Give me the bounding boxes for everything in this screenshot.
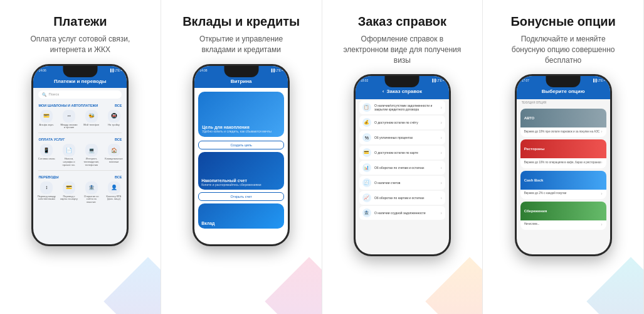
cert-icon-5: 🧾 [362,178,371,187]
cert-item-2[interactable]: % Об уплаченных процентах › [359,131,445,144]
cert-icon-3: 💳 [362,148,371,157]
icon-label-s2-0: Сотовая связь [38,158,55,161]
panel-certificates: Заказ справок Оформление справок в элект… [322,0,483,314]
icon-circle-3: 🚇 [108,110,120,122]
phone-3: 18:02 ▐▐ LTE ▪ ‹ Заказ справок 📋 О налич… [354,74,451,256]
panel-4-subtitle: Подключайте и меняйте бонусную опцию сов… [504,34,623,65]
icon-label-s3-0: Перевод между собственными [37,195,56,202]
screen1-search[interactable]: 🔍 Поиск [38,90,122,99]
cert-icon-6: 📈 [362,193,371,202]
phone-1: 14:06 ▐▐ LTE ▪ Платежи и переводы 🔍 Поис… [31,64,129,246]
icon-label-1: Между своими и прочие [60,124,78,130]
back-icon-3[interactable]: ‹ [383,89,384,94]
icon-item-s3-1[interactable]: 💳 Перевод с карты на карту [60,181,78,204]
icon-item-s3-2[interactable]: 🏦 Открытие со счёта на накопит. [82,181,101,204]
icon-label-s2-2: Интернет, телевидение, телефония [82,158,101,166]
card1-btn[interactable]: Создать цель [198,141,284,149]
bonus-card-auto[interactable]: АВТО Вернем до 10% при оплате парковок и… [520,109,606,137]
panel-3-subtitle: Оформление справок в электронном виде дл… [342,34,462,65]
card1-title: Цель для накопления [202,125,280,129]
cert-text-2: Об уплаченных процентах [374,136,438,140]
notch-3 [385,76,420,87]
icon-item-s2-3[interactable]: 🏠 Коммунальные платежи [105,144,124,166]
icon-item-s2-0[interactable]: 📱 Сотовая связь [37,144,56,166]
screen2-card3[interactable]: Вклад [198,203,284,229]
icons-row-2: 📱 Сотовая связь 📄 Налоги, штрафы и прочи… [33,143,127,168]
icon-item-3[interactable]: 🚇 На тройку [105,110,124,130]
cert-item-5[interactable]: 🧾 О наличии счетов › [359,176,445,190]
cert-text-7: О наличии ссудной задолженности [374,211,438,215]
cert-text-4: Об оборотах по счетам и остатках [374,166,438,170]
cert-item-1[interactable]: 💰 О доступном остатке по счёту › [359,116,445,129]
cert-item-3[interactable]: 💳 О доступном остатке по карте › [359,146,445,160]
panel-deposits: Вклады и кредиты Открытие и управление в… [161,0,322,314]
cert-item-0[interactable]: 📋 О наличии/отсутствии задолженности и з… [359,100,445,114]
bonus-card-restaurant[interactable]: Рестораны Вернем до 10% по операциям в к… [520,139,606,168]
cashback-arrow: › [601,191,602,197]
screen2-card2[interactable]: Накопительный счет Копите и распоряжайте… [198,152,284,190]
panel-2-subtitle: Открытие и управление вкладами и кредита… [182,34,301,55]
bonus-card-cashback[interactable]: Cash Back Вернем до 2% с каждой покупки … [520,171,606,199]
cert-item-6[interactable]: 📈 Об оборотах по картам и остатках › [359,191,445,205]
phone-2-wrapper: 14:08 ▐▐ LTE ▪ Витрина Цель для накоплен… [172,64,310,306]
icon-circle-s2-0: 📱 [40,144,53,156]
card1-sub: Удобно копить и следить, как сбываются м… [202,129,280,133]
phone-2: 14:08 ▐▐ LTE ▪ Витрина Цель для накоплен… [193,64,290,246]
phone-3-wrapper: 18:02 ▐▐ LTE ▪ ‹ Заказ справок 📋 О налич… [334,74,472,306]
savings-arrow: › [601,222,602,227]
card2-btn[interactable]: Открыть счет [198,192,284,201]
section2-title: ОПЛАТА УСЛУГ ВСЕ [33,135,127,143]
bonus-card-auto-desc: Вернем до 10% при оплате парковок и за п… [520,127,606,137]
icons-row-3: ↕ Перевод между собственными 💳 Перевод с… [33,180,127,205]
cert-arrow-4: › [441,166,442,170]
panel-1-title: Платежи [53,14,107,29]
cert-arrow-0: › [441,106,442,110]
panel-1-subtitle: Оплата услуг сотовой связи, интернета и … [21,34,140,55]
icon-label-0: Альфа зарп. [40,124,54,127]
screen-1: 14:06 ▐▐ LTE ▪ Платежи и переводы 🔍 Поис… [33,66,127,244]
signal-2: ▐▐ LTE ▪ [270,68,283,72]
cert-text-5: О наличии счетов [374,181,438,185]
cert-text-6: Об оборотах по картам и остатках [374,196,438,200]
icon-item-0[interactable]: 💳 Альфа зарп. [37,110,56,130]
icon-circle-s2-3: 🏠 [108,144,120,156]
section1-title: МОИ ШАБЛОНЫ И АВТОПЛАТЕЖИ ВСЕ [33,101,127,109]
time-2: 14:08 [199,68,208,72]
cert-text-0: О наличии/отсутствии задолженности и зак… [374,104,438,112]
notch-4 [546,76,581,87]
time-1: 14:06 [38,68,46,72]
divider-2 [38,170,122,171]
icon-circle-0: 💳 [40,110,53,122]
icon-circle-s3-1: 💳 [63,181,75,194]
divider-1 [38,133,122,133]
screen2-card1[interactable]: Цель для накопления Удобно копить и след… [198,92,284,137]
icon-item-s3-3[interactable]: 👤 Клиенту ВТБ (физ. лицо) [105,181,124,204]
cert-text-1: О доступном остатке по счёту [374,121,438,125]
section3-title: ПЕРЕВОДЫ ВСЕ [33,173,127,180]
cert-arrow-5: › [441,181,442,185]
cert-arrow-1: › [441,121,442,125]
icon-label-s2-1: Налоги, штрафы и прочие гос. [60,158,78,166]
notch-1 [63,66,97,77]
panel-2-title: Вклады и кредиты [182,14,300,29]
icon-circle-s3-0: ↕ [40,181,53,194]
auto-arrow: › [601,129,602,134]
restaurant-arrow: › [601,160,602,165]
card2-title: Накопительный счет [201,178,281,183]
icon-label-s2-3: Коммунальные платежи [105,158,124,164]
icon-item-1[interactable]: ↔ Между своими и прочие [60,110,78,130]
cert-icon-0: 📋 [362,103,371,112]
icon-item-s3-0[interactable]: ↕ Перевод между собственными [37,181,56,204]
phone-4-wrapper: 17:07 ▐▐ LTE ▪ Выберите опцию ТЕКУЩАЯ ОП… [494,74,632,306]
bonus-card-restaurant-desc: Вернем до 10% по операциям в кафе, барах… [520,158,606,168]
cert-arrow-2: › [441,136,442,140]
icon-item-2[interactable]: 🐝 Мой телефон [82,110,101,130]
icon-item-s2-1[interactable]: 📄 Налоги, штрафы и прочие гос. [60,144,78,166]
card2-bg: Накопительный счет Копите и распоряжайте… [198,152,284,190]
card1-bg: Цель для накопления Удобно копить и след… [198,92,284,137]
cert-item-4[interactable]: 📊 Об оборотах по счетам и остатках › [359,161,445,175]
cert-item-7[interactable]: 🏦 О наличии ссудной задолженности › [359,206,445,220]
icon-item-s2-2[interactable]: 💻 Интернет, телевидение, телефония [82,144,101,166]
icons-row-1: 💳 Альфа зарп. ↔ Между своими и прочие 🐝 … [33,109,127,131]
bonus-card-savings[interactable]: Сбережения Начислим... › [520,202,606,230]
